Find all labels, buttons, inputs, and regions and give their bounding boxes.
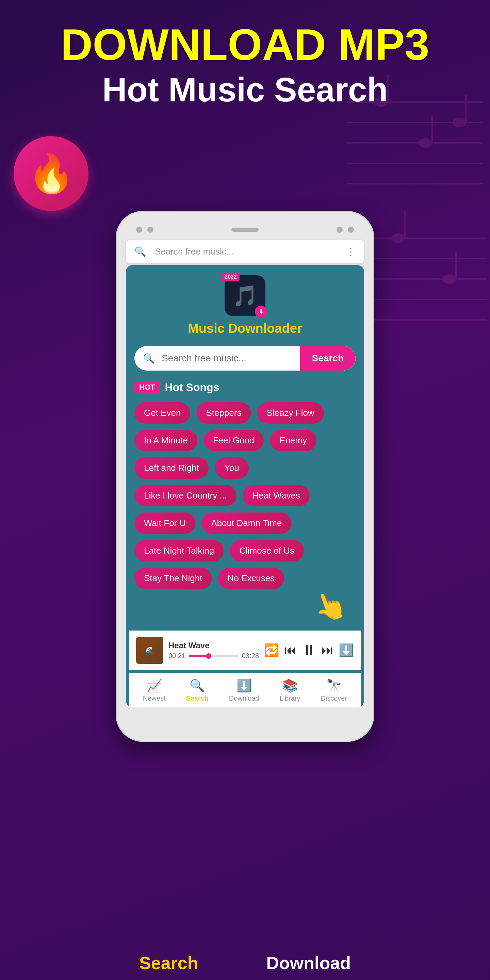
player-info: Heat Wave 00:21 03:28 [169,641,259,660]
search-input[interactable] [158,346,300,371]
phone-dots-right [337,227,354,233]
search-icon: 🔍 [143,353,155,364]
hot-badge: HOT [134,381,159,394]
svg-point-16 [391,234,405,243]
tag-steppers[interactable]: Steppers [196,402,251,424]
bottom-search-label: Search [139,953,198,973]
bottom-labels: Search Download [0,953,490,973]
svg-point-7 [418,138,432,148]
app-logo-area: 2022 🎵 ⬇ Music Downloader [134,275,356,336]
newest-icon: 📈 [147,679,162,693]
download-button[interactable]: ⬇️ [339,643,354,657]
player-time-row: 00:21 03:28 [169,652,259,660]
main-title: DOWNLOAD MP3 [0,21,490,69]
tag-heat-waves[interactable]: Heat Waves [243,485,310,506]
tag-in-a-minute[interactable]: In A Minute [134,430,197,451]
phone-dots-left [136,227,153,233]
bottom-player: 🌊 Heat Wave 00:21 03:28 🔁 ⏮ [129,630,361,670]
nav-search[interactable]: 🔍 Search [186,679,208,702]
tag-about-damn-time[interactable]: About Damn Time [202,512,291,534]
library-nav-label: Library [279,695,300,702]
bottom-download-label: Download [266,953,351,973]
address-bar-text: Search free music... [155,247,341,257]
download-nav-icon: ⬇️ [237,679,252,693]
phone-top-bar [123,221,368,238]
app-content: 2022 🎵 ⬇ Music Downloader 🔍 Search HOT H… [126,265,364,708]
tag-climose-of-us[interactable]: Climose of Us [230,540,304,562]
nav-library[interactable]: 📚 Library [279,679,300,702]
player-thumbnail: 🌊 [136,637,163,664]
svg-point-18 [442,274,456,284]
tag-sleazy-flow[interactable]: Sleazy Flow [257,402,324,424]
svg-point-9 [453,118,466,127]
search-nav-label: Search [186,695,208,702]
nav-newest[interactable]: 📈 Newest [143,679,166,702]
phone-mockup: 🔍 Search free music... ⋮ 2022 🎵 ⬇ Music … [116,211,374,742]
music-note-icon: 🎵 [232,284,258,308]
tag-like-i-love-country[interactable]: Like I love Country ... [134,485,237,506]
tag-wait-for-u[interactable]: Wait For U [134,512,195,534]
flame-icon: 🔥 [28,152,75,196]
phone-dot-4 [348,227,354,233]
next-button[interactable]: ⏭ [321,643,334,657]
prev-button[interactable]: ⏮ [285,643,297,657]
library-nav-icon: 📚 [282,679,298,693]
discover-nav-label: Discover [321,695,347,702]
app-logo-icon: 2022 🎵 ⬇ [224,275,266,316]
header-section: DOWNLOAD MP3 Hot Music Search [0,21,490,110]
search-bar[interactable]: 🔍 Search [134,346,356,371]
hot-songs-header: HOT Hot Songs [134,381,356,394]
player-progress-bar[interactable] [189,655,239,657]
discover-nav-icon: 🔭 [326,679,342,693]
player-title: Heat Wave [169,641,259,650]
tag-you[interactable]: You [215,457,249,479]
nav-discover[interactable]: 🔭 Discover [321,679,347,702]
phone-frame: 🔍 Search free music... ⋮ 2022 🎵 ⬇ Music … [116,211,374,742]
bottom-nav: 📈 Newest 🔍 Search ⬇️ Download 📚 Library … [129,673,361,708]
player-progress-dot [206,653,211,659]
search-button[interactable]: Search [300,346,356,371]
tag-get-even[interactable]: Get Even [134,402,190,424]
phone-dot-1 [136,227,142,233]
tags-container: Get Even Steppers Sleazy Flow In A Minut… [134,402,356,589]
tag-feel-good[interactable]: Feel Good [204,430,264,451]
newest-label: Newest [143,695,166,702]
search-nav-icon: 🔍 [189,679,205,693]
tag-enemy[interactable]: Enemy [270,430,317,451]
phone-pill [231,228,259,232]
hot-songs-title: Hot Songs [165,381,219,394]
player-time-total: 03:28 [242,652,259,660]
tag-stay-the-night[interactable]: Stay The Night [134,568,212,589]
phone-dot-2 [147,227,153,233]
tag-late-night-talking[interactable]: Late Night Talking [134,540,224,562]
address-bar[interactable]: 🔍 Search free music... ⋮ [126,240,364,263]
nav-download[interactable]: ⬇️ Download [229,679,259,702]
app-name-label: Music Downloader [134,321,356,336]
repeat-button[interactable]: 🔁 [264,643,279,657]
pause-button[interactable]: ⏸ [302,642,316,659]
download-nav-label: Download [229,695,259,702]
download-badge-icon: ⬇ [255,305,267,318]
subtitle: Hot Music Search [0,69,490,110]
address-search-icon: 🔍 [134,246,146,257]
hand-cursor-icon: 👆 [309,585,352,627]
app-logo-badge: 2022 [222,272,240,282]
phone-dot-3 [337,227,343,233]
tag-left-and-right[interactable]: Left and Right [134,457,208,479]
player-controls: 🔁 ⏮ ⏸ ⏭ ⬇️ [264,642,354,659]
tag-no-excuses[interactable]: No Excuses [218,568,285,589]
player-time-current: 00:21 [169,652,185,660]
address-bar-menu-icon[interactable]: ⋮ [346,246,356,257]
app-icon-circle: 🔥 [14,136,89,211]
